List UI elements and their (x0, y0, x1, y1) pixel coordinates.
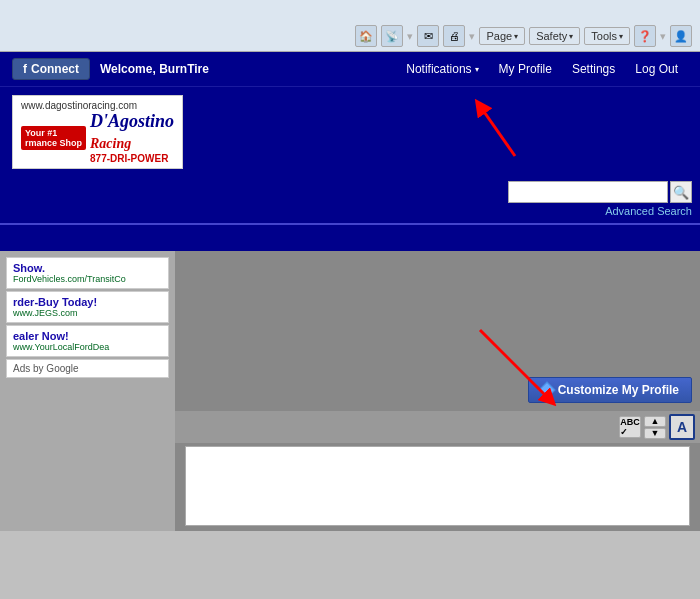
fb-nav-bar: f Connect Welcome, BurnTire Notification… (0, 52, 700, 87)
ad-title-1[interactable]: rder-Buy Today! (13, 296, 162, 308)
mail-icon[interactable]: ✉ (417, 25, 439, 47)
print-icon[interactable]: 🖨 (443, 25, 465, 47)
customize-label: Customize My Profile (558, 383, 679, 397)
search-button[interactable]: 🔍 (670, 181, 692, 203)
nav-links: Notifications ▾ My Profile Settings Log … (396, 58, 688, 80)
help-icon[interactable]: ❓ (634, 25, 656, 47)
search-bar: 🔍 Advanced Search (0, 177, 700, 223)
logo-banner: www.dagostinoracing.com Your #1 rmance S… (0, 87, 700, 177)
tools-chevron: ▾ (619, 32, 623, 41)
editor-toolbar: ABC✓ ▲ ▼ A (175, 411, 700, 443)
search-row: 🔍 (508, 181, 692, 203)
welcome-text: Welcome, BurnTire (100, 62, 386, 76)
toolbar-separator2: ▾ (469, 30, 475, 43)
ad-item-0: Show. FordVehicles.com/TransitCo (6, 257, 169, 289)
ads-by-google: Ads by Google (6, 359, 169, 378)
notifications-link[interactable]: Notifications ▾ (396, 58, 488, 80)
ad-url-2: www.YourLocalFordDea (13, 342, 162, 352)
page-chevron: ▾ (514, 32, 518, 41)
tools-button[interactable]: Tools ▾ (584, 27, 630, 45)
ad-url-1: www.JEGS.com (13, 308, 162, 318)
logo-phone: 877-DRI-POWER (90, 153, 174, 164)
logo-inner: Your #1 rmance Shop D'AgostinoRacing 877… (21, 111, 174, 164)
logo-badge: Your #1 rmance Shop (21, 126, 86, 150)
ad-item-2: ealer Now! www.YourLocalFordDea (6, 325, 169, 357)
toolbar-row: 🏠 📡 ▾ ✉ 🖨 ▾ Page ▾ Safety ▾ Tools ▾ (8, 25, 692, 47)
font-size-controls: ▲ ▼ (644, 416, 666, 439)
user-icon[interactable]: 👤 (670, 25, 692, 47)
customize-bar: Customize My Profile (175, 371, 700, 409)
editor-area[interactable] (185, 446, 690, 526)
website-header: f Connect Welcome, BurnTire Notification… (0, 52, 700, 251)
ad-title-0[interactable]: Show. (13, 262, 162, 274)
logo-url: www.dagostinoracing.com (21, 100, 174, 111)
logo-name-area: D'AgostinoRacing 877-DRI-POWER (90, 111, 174, 164)
fb-icon: f (23, 62, 27, 76)
ads-label: Ads by Google (13, 363, 79, 374)
safety-button[interactable]: Safety ▾ (529, 27, 580, 45)
search-input[interactable] (508, 181, 668, 203)
ad-item-1: rder-Buy Today! www.JEGS.com (6, 291, 169, 323)
toolbar-separator: ▾ (407, 30, 413, 43)
ad-title-2[interactable]: ealer Now! (13, 330, 162, 342)
main-content: Show. FordVehicles.com/TransitCo rder-Bu… (0, 251, 700, 531)
rss-icon[interactable]: 📡 (381, 25, 403, 47)
home-icon[interactable]: 🏠 (355, 25, 377, 47)
notifications-chevron: ▾ (475, 65, 479, 74)
toolbar-separator3: ▾ (660, 30, 666, 43)
diamond-icon (538, 382, 555, 399)
font-size-up[interactable]: ▲ (644, 416, 666, 427)
sidebar-ads: Show. FordVehicles.com/TransitCo rder-Bu… (0, 251, 175, 531)
logout-link[interactable]: Log Out (625, 58, 688, 80)
ad-url-0: FordVehicles.com/TransitCo (13, 274, 162, 284)
profile-content: Customize My Profile ABC✓ ▲ ▼ A (175, 251, 700, 531)
page-wrapper: 🏠 📡 ▾ ✉ 🖨 ▾ Page ▾ Safety ▾ Tools ▾ (0, 0, 700, 599)
blue-nav-band (0, 223, 700, 251)
settings-link[interactable]: Settings (562, 58, 625, 80)
font-icon[interactable]: A (669, 414, 695, 440)
logo-name: D'AgostinoRacing (90, 111, 174, 153)
spellcheck-icon[interactable]: ABC✓ (619, 416, 641, 438)
logo-box: www.dagostinoracing.com Your #1 rmance S… (12, 95, 183, 169)
advanced-search-link[interactable]: Advanced Search (605, 205, 692, 217)
my-profile-link[interactable]: My Profile (489, 58, 562, 80)
customize-profile-button[interactable]: Customize My Profile (528, 377, 692, 403)
browser-toolbar: 🏠 📡 ▾ ✉ 🖨 ▾ Page ▾ Safety ▾ Tools ▾ (0, 0, 700, 52)
page-button[interactable]: Page ▾ (479, 27, 525, 45)
font-size-down[interactable]: ▼ (644, 428, 666, 439)
fb-connect-button[interactable]: f Connect (12, 58, 90, 80)
safety-chevron: ▾ (569, 32, 573, 41)
